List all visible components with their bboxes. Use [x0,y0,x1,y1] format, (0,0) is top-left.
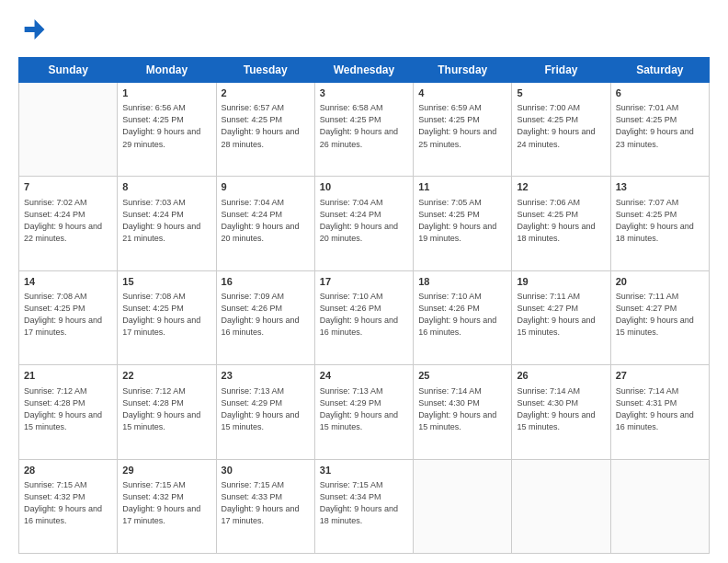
calendar-cell: 3Sunrise: 6:58 AMSunset: 4:25 PMDaylight… [314,83,413,177]
cell-info: Sunrise: 7:13 AMSunset: 4:29 PMDaylight:… [222,385,310,433]
cell-info: Sunrise: 7:08 AMSunset: 4:25 PMDaylight:… [24,291,112,339]
col-header-sunday: Sunday [19,58,118,83]
cell-info: Sunrise: 7:05 AMSunset: 4:25 PMDaylight:… [418,197,506,245]
day-number: 17 [320,275,408,289]
calendar-cell [19,83,118,177]
calendar-cell: 17Sunrise: 7:10 AMSunset: 4:26 PMDayligh… [314,270,413,364]
day-number: 29 [122,464,210,477]
day-number: 13 [616,180,704,194]
day-number: 10 [320,180,408,194]
cell-info: Sunrise: 7:11 AMSunset: 4:27 PMDaylight:… [517,291,605,339]
day-number: 2 [222,86,310,100]
day-number: 12 [517,180,605,194]
week-row-0: 1Sunrise: 6:56 AMSunset: 4:25 PMDaylight… [19,83,710,177]
cell-info: Sunrise: 7:06 AMSunset: 4:25 PMDaylight:… [517,197,605,245]
day-number: 22 [122,369,210,383]
day-number: 7 [24,180,112,194]
logo [18,17,50,46]
cell-info: Sunrise: 7:12 AMSunset: 4:28 PMDaylight:… [122,385,210,433]
svg-marker-0 [25,19,45,40]
cell-info: Sunrise: 7:01 AMSunset: 4:25 PMDaylight:… [616,102,704,150]
calendar-cell [414,459,512,553]
cell-info: Sunrise: 7:12 AMSunset: 4:28 PMDaylight:… [24,385,112,433]
calendar-cell: 11Sunrise: 7:05 AMSunset: 4:25 PMDayligh… [414,177,512,270]
col-header-wednesday: Wednesday [314,58,413,83]
day-number: 8 [122,180,210,194]
cell-info: Sunrise: 7:04 AMSunset: 4:24 PMDaylight:… [320,197,408,245]
day-number: 18 [418,275,506,289]
calendar-cell: 22Sunrise: 7:12 AMSunset: 4:28 PMDayligh… [118,365,216,459]
calendar-cell: 21Sunrise: 7:12 AMSunset: 4:28 PMDayligh… [19,365,118,459]
logo-icon [20,17,46,42]
day-number: 1 [122,86,210,100]
week-row-1: 7Sunrise: 7:02 AMSunset: 4:24 PMDaylight… [19,177,710,270]
cell-info: Sunrise: 7:14 AMSunset: 4:30 PMDaylight:… [517,385,605,433]
cell-info: Sunrise: 7:07 AMSunset: 4:25 PMDaylight:… [616,197,704,245]
calendar-cell: 6Sunrise: 7:01 AMSunset: 4:25 PMDaylight… [610,83,709,177]
day-number: 11 [418,180,506,194]
day-header-row: SundayMondayTuesdayWednesdayThursdayFrid… [19,58,710,83]
calendar-cell: 28Sunrise: 7:15 AMSunset: 4:32 PMDayligh… [19,459,118,553]
calendar-cell: 10Sunrise: 7:04 AMSunset: 4:24 PMDayligh… [314,177,413,270]
calendar-cell: 13Sunrise: 7:07 AMSunset: 4:25 PMDayligh… [610,177,709,270]
week-row-3: 21Sunrise: 7:12 AMSunset: 4:28 PMDayligh… [19,365,710,459]
cell-info: Sunrise: 7:00 AMSunset: 4:25 PMDaylight:… [517,102,605,150]
day-number: 30 [222,464,310,477]
calendar-cell: 5Sunrise: 7:00 AMSunset: 4:25 PMDaylight… [512,83,610,177]
day-number: 19 [517,275,605,289]
col-header-friday: Friday [512,58,610,83]
day-number: 23 [222,369,310,383]
cell-info: Sunrise: 7:15 AMSunset: 4:33 PMDaylight:… [222,479,310,527]
page: SundayMondayTuesdayWednesdayThursdayFrid… [0,0,728,563]
calendar-cell: 30Sunrise: 7:15 AMSunset: 4:33 PMDayligh… [216,459,314,553]
cell-info: Sunrise: 6:59 AMSunset: 4:25 PMDaylight:… [418,102,506,150]
calendar-cell: 12Sunrise: 7:06 AMSunset: 4:25 PMDayligh… [512,177,610,270]
day-number: 26 [517,369,605,383]
cell-info: Sunrise: 6:56 AMSunset: 4:25 PMDaylight:… [122,102,210,150]
week-row-4: 28Sunrise: 7:15 AMSunset: 4:32 PMDayligh… [19,459,710,553]
calendar-cell: 26Sunrise: 7:14 AMSunset: 4:30 PMDayligh… [512,365,610,459]
calendar-cell: 2Sunrise: 6:57 AMSunset: 4:25 PMDaylight… [216,83,314,177]
calendar-cell: 29Sunrise: 7:15 AMSunset: 4:32 PMDayligh… [118,459,216,553]
day-number: 31 [320,464,408,477]
calendar-cell: 31Sunrise: 7:15 AMSunset: 4:34 PMDayligh… [314,459,413,553]
day-number: 24 [320,369,408,383]
col-header-tuesday: Tuesday [216,58,314,83]
day-number: 14 [24,275,112,289]
cell-info: Sunrise: 7:15 AMSunset: 4:32 PMDaylight:… [24,479,112,527]
calendar-cell [512,459,610,553]
day-number: 5 [517,86,605,100]
cell-info: Sunrise: 6:58 AMSunset: 4:25 PMDaylight:… [320,102,408,150]
cell-info: Sunrise: 6:57 AMSunset: 4:25 PMDaylight:… [222,102,310,150]
calendar-cell: 18Sunrise: 7:10 AMSunset: 4:26 PMDayligh… [414,270,512,364]
day-number: 3 [320,86,408,100]
calendar-cell: 23Sunrise: 7:13 AMSunset: 4:29 PMDayligh… [216,365,314,459]
day-number: 28 [24,464,112,477]
calendar-cell: 14Sunrise: 7:08 AMSunset: 4:25 PMDayligh… [19,270,118,364]
calendar-table: SundayMondayTuesdayWednesdayThursdayFrid… [18,57,710,554]
calendar-cell: 25Sunrise: 7:14 AMSunset: 4:30 PMDayligh… [414,365,512,459]
calendar-cell: 20Sunrise: 7:11 AMSunset: 4:27 PMDayligh… [610,270,709,364]
cell-info: Sunrise: 7:15 AMSunset: 4:34 PMDaylight:… [320,479,408,527]
cell-info: Sunrise: 7:14 AMSunset: 4:30 PMDaylight:… [418,385,506,433]
cell-info: Sunrise: 7:08 AMSunset: 4:25 PMDaylight:… [122,291,210,339]
col-header-thursday: Thursday [414,58,512,83]
calendar-cell [610,459,709,553]
calendar-cell: 4Sunrise: 6:59 AMSunset: 4:25 PMDaylight… [414,83,512,177]
cell-info: Sunrise: 7:04 AMSunset: 4:24 PMDaylight:… [222,197,310,245]
day-number: 25 [418,369,506,383]
day-number: 4 [418,86,506,100]
calendar-cell: 9Sunrise: 7:04 AMSunset: 4:24 PMDaylight… [216,177,314,270]
day-number: 9 [222,180,310,194]
cell-info: Sunrise: 7:10 AMSunset: 4:26 PMDaylight:… [418,291,506,339]
calendar-cell: 27Sunrise: 7:14 AMSunset: 4:31 PMDayligh… [610,365,709,459]
cell-info: Sunrise: 7:14 AMSunset: 4:31 PMDaylight:… [616,385,704,433]
cell-info: Sunrise: 7:09 AMSunset: 4:26 PMDaylight:… [222,291,310,339]
day-number: 6 [616,86,704,100]
calendar-cell: 24Sunrise: 7:13 AMSunset: 4:29 PMDayligh… [314,365,413,459]
cell-info: Sunrise: 7:03 AMSunset: 4:24 PMDaylight:… [122,197,210,245]
col-header-monday: Monday [118,58,216,83]
day-number: 27 [616,369,704,383]
calendar-cell: 7Sunrise: 7:02 AMSunset: 4:24 PMDaylight… [19,177,118,270]
col-header-saturday: Saturday [610,58,709,83]
